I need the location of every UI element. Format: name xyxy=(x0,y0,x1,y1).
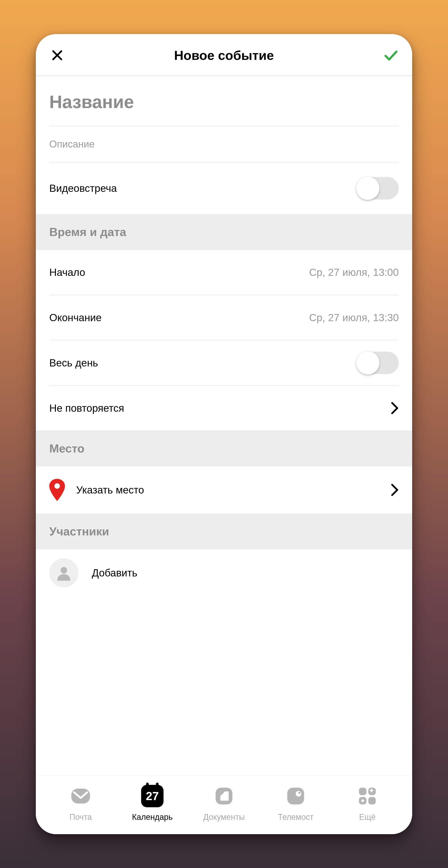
confirm-button[interactable] xyxy=(383,48,399,63)
calendar-icon: 27 xyxy=(140,784,165,808)
mail-icon xyxy=(68,784,93,808)
all-day-label: Весь день xyxy=(49,357,98,369)
nav-telemost-label: Телемост xyxy=(278,812,313,822)
end-time-value: Ср, 27 июля, 13:30 xyxy=(309,312,399,323)
person-placeholder-icon xyxy=(49,558,78,587)
nav-documents-label: Документы xyxy=(203,812,245,822)
end-time-label: Окончание xyxy=(49,312,102,323)
calendar-day-number: 27 xyxy=(141,785,163,807)
section-heading-participants: Участники xyxy=(36,514,412,549)
close-button[interactable] xyxy=(49,48,65,63)
nav-calendar[interactable]: 27 Календарь xyxy=(121,784,184,822)
video-meeting-row: Видеовстреча xyxy=(36,162,412,214)
svg-point-8 xyxy=(298,792,300,794)
end-time-row[interactable]: Окончание Ср, 27 июля, 13:30 xyxy=(36,295,412,340)
chevron-right-icon xyxy=(391,484,399,496)
svg-rect-6 xyxy=(287,787,304,804)
svg-rect-4 xyxy=(71,788,90,803)
close-icon xyxy=(51,49,63,61)
repeat-row[interactable]: Не повторяется xyxy=(36,386,412,431)
video-meeting-toggle[interactable] xyxy=(356,177,399,199)
app-window: Новое событие Видеовстреча Время и дата … xyxy=(36,34,412,834)
page-title: Новое событие xyxy=(174,48,274,63)
nav-telemost[interactable]: Телемост xyxy=(264,784,327,822)
video-meeting-label: Видеовстреча xyxy=(49,182,117,194)
svg-point-13 xyxy=(361,799,364,802)
all-day-toggle[interactable] xyxy=(356,352,399,374)
nav-documents[interactable]: Документы xyxy=(193,784,255,822)
start-time-label: Начало xyxy=(49,266,85,278)
location-pin-icon xyxy=(49,479,65,501)
all-day-row: Весь день xyxy=(36,340,412,385)
bottom-nav: Почта 27 Календарь Документы Телемост xyxy=(36,776,412,834)
add-participant-label: Добавить xyxy=(92,567,137,579)
more-grid-icon xyxy=(355,784,380,808)
repeat-label: Не повторяется xyxy=(49,402,124,414)
section-heading-datetime: Время и дата xyxy=(36,214,412,250)
location-left: Указать место xyxy=(49,479,144,501)
nav-more[interactable]: Ещё xyxy=(336,784,399,822)
event-title-input[interactable] xyxy=(36,76,412,126)
set-location-row[interactable]: Указать место xyxy=(36,466,412,514)
checkmark-icon xyxy=(384,48,398,63)
header-bar: Новое событие xyxy=(36,34,412,76)
chevron-right-icon xyxy=(391,402,399,414)
event-description-input[interactable] xyxy=(36,126,412,162)
documents-icon xyxy=(212,784,236,808)
svg-point-7 xyxy=(296,791,301,797)
toggle-knob xyxy=(356,351,380,374)
start-time-row[interactable]: Начало Ср, 27 июля, 13:00 xyxy=(36,250,412,295)
svg-point-2 xyxy=(55,483,60,489)
add-participant-row[interactable]: Добавить xyxy=(36,549,412,601)
nav-calendar-label: Календарь xyxy=(132,812,173,822)
section-heading-location: Место xyxy=(36,431,412,466)
start-time-value: Ср, 27 июля, 13:00 xyxy=(309,266,399,278)
svg-point-3 xyxy=(61,567,67,573)
nav-mail[interactable]: Почта xyxy=(49,784,112,822)
nav-mail-label: Почта xyxy=(69,812,92,822)
toggle-knob xyxy=(356,177,380,200)
svg-rect-9 xyxy=(359,787,366,795)
telemost-icon xyxy=(283,784,308,808)
nav-more-label: Ещё xyxy=(359,812,376,822)
content-scroll[interactable]: Видеовстреча Время и дата Начало Ср, 27 … xyxy=(36,76,412,776)
set-location-label: Указать место xyxy=(76,484,144,496)
svg-rect-12 xyxy=(368,797,376,804)
